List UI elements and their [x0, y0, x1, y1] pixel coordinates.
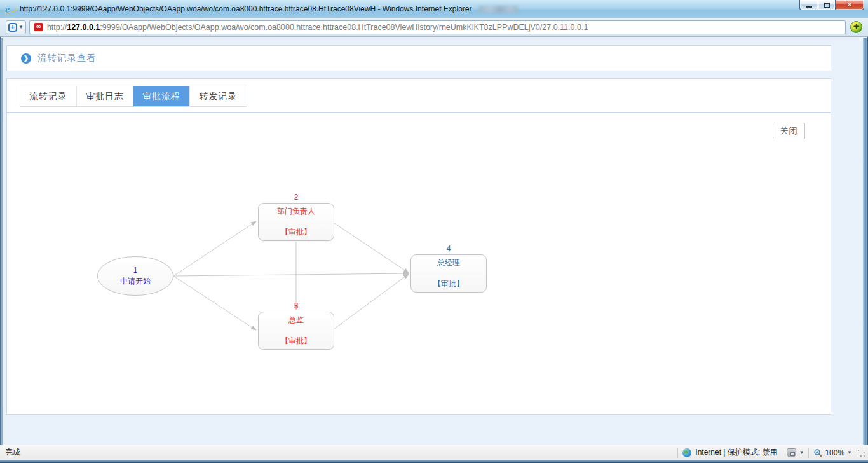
node-title: 部门负责人	[259, 206, 334, 217]
tab-approval-log[interactable]: 审批日志	[77, 86, 133, 106]
flow-node-1: 1申请开始	[97, 256, 173, 296]
node-number: 1	[133, 265, 138, 276]
tab-forward-record[interactable]: 转发记录	[190, 86, 247, 106]
window-frame-right	[863, 38, 868, 445]
protected-mode-control[interactable]: ▼	[787, 448, 804, 457]
separator	[677, 448, 678, 458]
zoom-level: 100%	[825, 448, 844, 457]
chevron-down-icon: ▼	[847, 450, 852, 455]
arrow-right-bullet-icon: ❯	[21, 53, 31, 64]
maximize-icon	[824, 3, 830, 8]
add-favorites-plus-icon: +	[8, 23, 17, 32]
flow-diagram: 1申请开始2部门负责人【审批】3总监【审批】4总经理【审批】	[7, 113, 831, 414]
flow-edge-3-4	[334, 274, 409, 329]
window-title: http://127.0.0.1:9999/OAapp/WebObjects/O…	[20, 4, 472, 13]
chevron-down-icon: ▼	[799, 450, 804, 455]
close-icon: ✕	[846, 1, 852, 9]
go-button[interactable]: ✚	[850, 21, 862, 33]
status-bar: 完成 Internet | 保护模式: 禁用 ▼ + 100% ▼	[0, 445, 868, 460]
node-number: 2	[259, 193, 334, 202]
address-input[interactable]: ∞ http://127.0.0.1:9999/OAapp/WebObjects…	[29, 20, 846, 34]
window-controls: ✕	[799, 0, 864, 10]
node-title: 申请开始	[120, 276, 151, 287]
page-content: ❯ 流转记录查看 流转记录 审批日志 审批流程 转发记录 关闭	[0, 38, 868, 445]
protected-mode-shield-icon	[787, 448, 796, 457]
title-bar: e http://127.0.0.1:9999/OAapp/WebObjects…	[0, 0, 868, 18]
close-window-button[interactable]: ✕	[836, 0, 864, 10]
window-frame-bottom	[0, 460, 868, 463]
minimize-icon	[806, 6, 812, 8]
status-text: 完成	[5, 447, 20, 458]
add-favorites-button[interactable]: + ▼	[6, 20, 26, 34]
ie-logo-icon: e	[5, 4, 16, 15]
node-tag: 【审批】	[259, 227, 334, 238]
tab-bar-panel: 流转记录 审批日志 审批流程 转发记录	[6, 78, 831, 113]
flow-node-4: 4总经理【审批】	[410, 254, 487, 293]
browser-window: e http://127.0.0.1:9999/OAapp/WebObjects…	[0, 0, 868, 463]
node-number: 3	[259, 301, 334, 310]
resize-grip[interactable]	[857, 448, 865, 457]
node-tag: 【审批】	[411, 279, 486, 289]
site-favicon-icon: ∞	[34, 23, 43, 31]
maximize-button[interactable]	[818, 0, 836, 10]
content-panel: 关闭 1申请开始2部门负责人【审批】3总监【审批】4总经理【审批】	[6, 113, 831, 415]
node-tag: 【审批】	[259, 336, 334, 347]
separator	[782, 448, 782, 458]
flow-edge-1-3	[173, 276, 256, 330]
page-title: 流转记录查看	[37, 52, 97, 64]
separator	[808, 448, 809, 458]
blurred-background-text	[478, 6, 518, 13]
tab-circulation-record[interactable]: 流转记录	[20, 86, 77, 106]
flow-node-3: 3总监【审批】	[258, 312, 334, 350]
tab-approval-flow[interactable]: 审批流程	[133, 86, 190, 106]
flow-edge-1-2	[173, 221, 256, 276]
flow-edge-1-4	[173, 273, 409, 276]
chevron-down-icon: ▼	[18, 24, 24, 30]
security-zone: Internet | 保护模式: 禁用	[682, 447, 777, 458]
minimize-button[interactable]	[799, 0, 818, 10]
flow-node-2: 2部门负责人【审批】	[258, 203, 334, 241]
zone-text: Internet | 保护模式: 禁用	[695, 447, 777, 458]
window-frame-left	[0, 38, 3, 445]
address-bar: + ▼ ∞ http://127.0.0.1:9999/OAapp/WebObj…	[0, 18, 868, 37]
svg-text:+: +	[816, 450, 818, 454]
node-title: 总经理	[411, 258, 486, 268]
node-number: 4	[411, 244, 486, 253]
url-text: http://127.0.0.1:9999/OAapp/WebObjects/O…	[47, 23, 588, 32]
page-header-panel: ❯ 流转记录查看	[6, 45, 831, 71]
globe-icon	[682, 448, 691, 457]
tab-group: 流转记录 审批日志 审批流程 转发记录	[20, 86, 247, 107]
zoom-control[interactable]: + 100% ▼	[813, 448, 852, 457]
magnifier-icon: +	[813, 448, 822, 457]
node-title: 总监	[259, 315, 334, 326]
flow-edge-2-4	[334, 223, 409, 273]
